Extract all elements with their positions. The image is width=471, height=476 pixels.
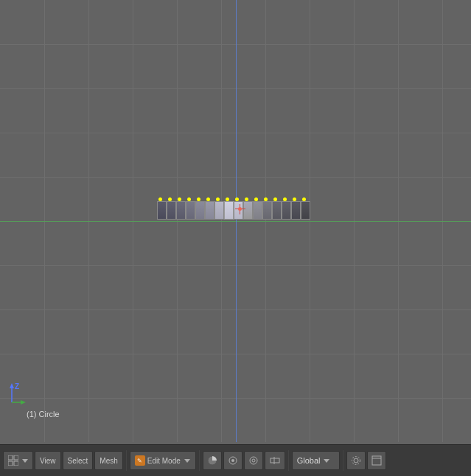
- mode-label: Edit Mode: [147, 457, 181, 465]
- svg-text:Z: Z: [15, 382, 19, 391]
- transform-orientation-dropdown[interactable]: Global: [292, 451, 340, 470]
- chevron-down-icon: [324, 459, 329, 463]
- solid-shading-button[interactable]: [203, 451, 222, 470]
- toolbar-separator: [199, 450, 200, 471]
- svg-marker-1: [10, 383, 14, 388]
- select-menu-button[interactable]: Select: [63, 451, 94, 470]
- chevron-down-icon: [184, 459, 190, 463]
- svg-rect-8: [14, 461, 18, 466]
- move-button[interactable]: [265, 451, 285, 470]
- svg-point-12: [250, 457, 257, 464]
- svg-marker-4: [21, 400, 26, 405]
- object-name: (1) Circle: [27, 410, 60, 419]
- snap-button[interactable]: [223, 451, 243, 470]
- select-label: Select: [68, 457, 88, 465]
- snap-icon: [228, 455, 238, 466]
- 3d-cursor: [235, 204, 245, 214]
- svg-point-16: [354, 458, 358, 463]
- svg-rect-7: [8, 461, 13, 466]
- toolbar: View Select Mesh ✎ Edit Mode: [0, 444, 471, 476]
- svg-point-11: [231, 459, 234, 462]
- grid-icon: [8, 455, 18, 466]
- svg-point-13: [252, 459, 255, 462]
- mesh-object: [157, 197, 310, 223]
- 3d-viewport[interactable]: Z (1) Circle: [0, 0, 471, 442]
- gear-icon: [351, 455, 361, 466]
- toolbar-separator: [288, 450, 289, 471]
- move-icon: [269, 455, 281, 466]
- axis-svg: Z: [6, 380, 28, 407]
- transform-icon: [248, 455, 259, 466]
- chevron-down-icon: [22, 459, 28, 463]
- view-menu-button[interactable]: View: [35, 451, 61, 470]
- svg-rect-5: [8, 455, 13, 460]
- mesh-label: Mesh: [100, 457, 117, 465]
- maximize-icon: [371, 455, 382, 466]
- pivot-dot: [238, 207, 242, 211]
- svg-rect-14: [271, 458, 279, 463]
- settings-button[interactable]: [346, 451, 366, 470]
- mesh-segments: [157, 201, 310, 220]
- toolbar-separator: [343, 450, 343, 471]
- mode-dropdown[interactable]: ✎ Edit Mode: [130, 451, 196, 470]
- shading-icon: [207, 455, 217, 466]
- toolbar-separator: [126, 450, 127, 471]
- svg-rect-6: [14, 455, 18, 460]
- axis-indicator: Z: [6, 380, 28, 407]
- view-label: View: [40, 457, 56, 465]
- svg-rect-18: [372, 456, 381, 465]
- global-label: Global: [297, 456, 321, 465]
- proportional-edit-button[interactable]: [244, 451, 263, 470]
- grid-toggle-button[interactable]: [3, 451, 33, 470]
- svg-point-17: [352, 457, 360, 465]
- maximize-button[interactable]: [367, 451, 386, 470]
- edit-mode-icon: ✎: [135, 455, 145, 466]
- mesh-menu-button[interactable]: Mesh: [94, 451, 122, 470]
